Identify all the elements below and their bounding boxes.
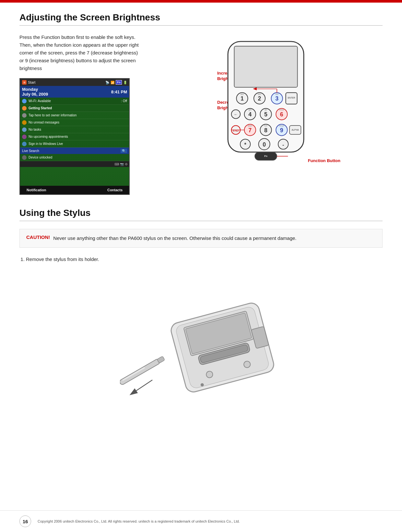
device-icon	[22, 155, 27, 160]
svg-text:-: -	[282, 142, 284, 148]
svg-text:4: 4	[248, 111, 252, 118]
page-number: 16	[19, 515, 31, 527]
keypad-diagram: Increase Brightness Decrease Brightness …	[217, 33, 321, 170]
stylus-section-title: Using the Stylus	[19, 208, 383, 218]
screen-top-bar: ⊞ Start 📡 📶 Fn 🔋	[20, 79, 129, 86]
notification-label: Notification	[27, 188, 46, 192]
svg-text:mno: mno	[279, 109, 284, 111]
svg-rect-1	[234, 46, 298, 88]
stylus-steps: Remove the stylus from its holder.	[19, 255, 383, 263]
stylus-image-container	[19, 270, 383, 399]
fn-box: Fn	[116, 80, 122, 85]
screen-wifi-label: Wi-Fi: Available	[29, 99, 51, 103]
screen-bottom-nav: Notification Contacts	[20, 186, 129, 194]
phone-screenshot: ⊞ Start 📡 📶 Fn 🔋	[19, 78, 130, 195]
screen-date-row: Monday July 06, 2009 8:41 PM	[20, 86, 129, 98]
screen-wifi-row: Wi-Fi: Available : Off	[20, 98, 129, 105]
screen-no-tasks: No tasks	[20, 126, 129, 133]
brightness-description: Press the Function button first to enabl…	[19, 33, 143, 72]
getting-started-label: Getting Started	[29, 106, 52, 110]
svg-line-64	[133, 380, 152, 393]
taskbar-icons: ⌨ 📷 ⚙	[114, 162, 128, 166]
svg-text:pqrs: pqrs	[248, 124, 253, 127]
svg-text:jkl: jkl	[265, 109, 267, 111]
svg-text:*: *	[244, 142, 247, 148]
section-divider-brightness	[19, 25, 383, 26]
label-function-button: Function Button	[308, 158, 340, 163]
svg-text:wxyz: wxyz	[279, 124, 284, 127]
device-unlocked-label: Device unlocked	[29, 156, 52, 159]
section-title-brightness: Adjusting the Screen Brightness	[19, 12, 383, 23]
svg-text:8: 8	[264, 127, 267, 134]
signin-icon	[22, 142, 27, 146]
top-red-bar	[0, 0, 402, 3]
stylus-illustration	[120, 270, 282, 399]
brightness-text-col: Press the Function button first to enabl…	[19, 33, 143, 195]
screen-no-appointments: No upcoming appointments	[20, 133, 129, 140]
svg-text:ENTER: ENTER	[288, 97, 295, 99]
brightness-section: Press the Function button first to enabl…	[19, 33, 383, 195]
svg-text:3: 3	[275, 95, 278, 102]
stylus-section: Using the Stylus CAUTION! Never use anyt…	[19, 208, 383, 399]
svg-text:ALPHA: ALPHA	[292, 129, 299, 131]
svg-text:6: 6	[280, 111, 283, 118]
step-1: Remove the stylus from its holder.	[26, 255, 383, 263]
svg-text:0: 0	[263, 141, 266, 148]
wifi-icon	[22, 99, 27, 103]
start-icon: ⊞	[22, 80, 27, 85]
sign-in-label: Sign in to Windows Live	[29, 142, 63, 146]
footer-copyright: Copyright 2006 unitech Electronics Co., …	[38, 519, 240, 523]
keypad-col: Increase Brightness Decrease Brightness …	[156, 33, 383, 170]
getting-started-icon	[22, 106, 27, 111]
screen-taskbar: ⌨ 📷 ⚙	[20, 161, 129, 167]
live-search-label: Live Search	[22, 149, 39, 153]
screen-device-unlocked: Device unlocked	[20, 154, 129, 161]
caution-box: CAUTION! Never use anything other than t…	[19, 229, 383, 248]
messages-icon	[22, 120, 27, 125]
svg-text:9: 9	[280, 127, 283, 134]
screen-start: ⊞ Start	[22, 80, 35, 85]
no-messages-label: No unread messages	[29, 121, 59, 124]
screen-start-label: Start	[28, 80, 35, 84]
screen-tap-here: Tap here to set owner information	[20, 112, 129, 119]
tap-icon	[22, 113, 27, 118]
no-tasks-label: No tasks	[29, 128, 41, 131]
tasks-icon	[22, 127, 27, 132]
no-appointments-label: No upcoming appointments	[29, 135, 68, 138]
svg-text:def: def	[275, 93, 278, 95]
svg-text:2: 2	[258, 95, 261, 102]
screen-getting-started: Getting Started	[20, 105, 129, 112]
screen-date-line1: Monday	[22, 87, 48, 92]
svg-text:abc: abc	[240, 93, 244, 95]
screen-no-messages: No unread messages	[20, 119, 129, 126]
keypad-svg: 1 abc 2 abc 3 def ENTER ←	[224, 40, 308, 166]
section-divider-stylus	[19, 221, 383, 221]
search-box-icon: 🔍	[121, 149, 127, 153]
svg-text:tuv: tuv	[264, 124, 267, 127]
svg-text:7: 7	[248, 127, 252, 134]
svg-text:Fn: Fn	[264, 155, 267, 158]
svg-text:5: 5	[264, 111, 267, 118]
svg-text:ghi: ghi	[249, 109, 252, 111]
tap-here-label: Tap here to set owner information	[29, 113, 77, 117]
function-button-text: Function Button	[308, 158, 340, 163]
appointments-icon	[22, 135, 27, 139]
caution-text: Never use anything other than the PA600 …	[53, 234, 296, 242]
page-footer: 16 Copyright 2006 unitech Electronics Co…	[0, 510, 402, 532]
screen-sign-in: Sign in to Windows Live	[20, 140, 129, 148]
svg-text:abc: abc	[258, 93, 262, 95]
screen-live-search: Live Search 🔍	[20, 148, 129, 154]
screen-time: 8:41 PM	[111, 89, 127, 94]
screen-wifi-status: : Off	[121, 99, 127, 103]
svg-text:1: 1	[241, 95, 244, 102]
svg-rect-60	[120, 358, 161, 385]
caution-label: CAUTION!	[26, 234, 50, 240]
screen-date-line2: July 06, 2009	[22, 92, 48, 97]
contacts-label: Contacts	[107, 188, 123, 192]
svg-text:END: END	[233, 129, 239, 132]
svg-text:←: ←	[234, 112, 238, 116]
